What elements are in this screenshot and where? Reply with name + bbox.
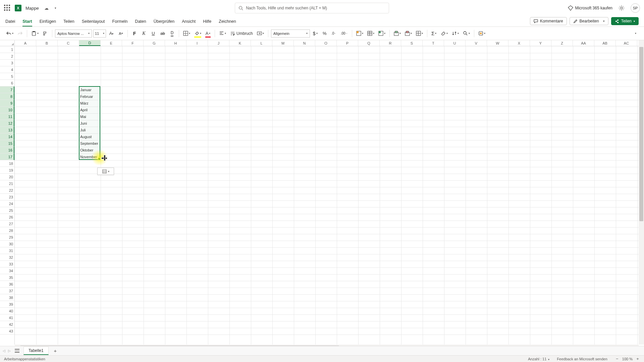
workbook-stats-label[interactable]: Arbeitsmappenstatistiken — [4, 357, 45, 361]
underline-button[interactable]: U — [149, 29, 157, 38]
col-header-AA[interactable]: AA — [573, 40, 594, 46]
row-header-7[interactable]: 7 — [0, 86, 14, 93]
zoom-in-button[interactable]: + — [635, 356, 640, 361]
row-header-15[interactable]: 15 — [0, 140, 14, 147]
format-table-button[interactable]: ▾ — [366, 29, 376, 38]
row-header-39[interactable]: 39 — [0, 301, 14, 308]
comments-button[interactable]: Kommentare — [530, 17, 567, 25]
vertical-scrollbar[interactable] — [639, 40, 644, 345]
col-header-U[interactable]: U — [444, 40, 466, 46]
format-cells-button[interactable]: ▾ — [415, 29, 424, 38]
col-header-AC[interactable]: AC — [616, 40, 637, 46]
row-header-17[interactable]: 17 — [0, 154, 14, 160]
row-header-27[interactable]: 27 — [0, 221, 14, 227]
col-header-AB[interactable]: AB — [594, 40, 616, 46]
menu-tab-überprüfen[interactable]: Überprüfen — [154, 19, 175, 26]
align-button[interactable]: ▾ — [218, 29, 227, 38]
buy-m365-link[interactable]: Microsoft 365 kaufen — [568, 5, 612, 11]
bold-button[interactable]: F — [130, 29, 139, 38]
font-name-select[interactable]: Aptos Narrow ...▾ — [55, 29, 92, 38]
clear-button[interactable]: ▾ — [439, 29, 449, 38]
zoom-level[interactable]: 100 % — [622, 357, 633, 361]
col-header-I[interactable]: I — [186, 40, 208, 46]
wrap-text-button[interactable]: Umbruch — [229, 29, 254, 38]
undo-button[interactable]: ▾ — [5, 29, 15, 38]
col-header-Z[interactable]: Z — [551, 40, 573, 46]
select-all-triangle[interactable] — [0, 40, 15, 46]
row-header-30[interactable]: 30 — [0, 241, 14, 247]
percent-button[interactable]: % — [321, 29, 329, 38]
row-header-9[interactable]: 9 — [0, 100, 14, 107]
spreadsheet-grid[interactable]: ABCDEFGHIJKLMNOPQRSTUVWXYZAAABAC 1234567… — [0, 40, 644, 350]
col-header-A[interactable]: A — [15, 40, 36, 46]
row-header-36[interactable]: 36 — [0, 281, 14, 288]
row-header-4[interactable]: 4 — [0, 66, 14, 73]
app-launcher-icon[interactable] — [4, 5, 11, 11]
row-header-26[interactable]: 26 — [0, 214, 14, 221]
font-size-select[interactable]: 11▾ — [93, 29, 106, 38]
add-sheet-button[interactable]: + — [51, 347, 59, 355]
row-header-28[interactable]: 28 — [0, 227, 14, 234]
font-color-button[interactable]: A▾ — [204, 29, 212, 38]
menu-tab-hilfe[interactable]: Hilfe — [203, 19, 211, 26]
row-header-32[interactable]: 32 — [0, 254, 14, 261]
row-header-13[interactable]: 13 — [0, 127, 14, 133]
cell-D13[interactable]: Juli — [79, 127, 101, 133]
decrease-decimal-button[interactable]: .00→ — [339, 29, 349, 38]
menu-tab-formeln[interactable]: Formeln — [112, 19, 128, 26]
cell-styles-button[interactable]: ▾ — [377, 29, 387, 38]
cell-D9[interactable]: März — [79, 100, 101, 107]
double-underline-button[interactable]: D — [168, 29, 176, 38]
settings-gear-icon[interactable] — [619, 5, 625, 11]
menu-tab-teilen[interactable]: Teilen — [63, 19, 74, 26]
menu-tab-daten[interactable]: Daten — [135, 19, 146, 26]
merge-button[interactable]: ▾ — [256, 29, 265, 38]
column-headers[interactable]: ABCDEFGHIJKLMNOPQRSTUVWXYZAAABAC — [15, 40, 639, 46]
paste-button[interactable]: ▾ — [30, 29, 40, 38]
row-header-37[interactable]: 37 — [0, 288, 14, 294]
row-header-41[interactable]: 41 — [0, 314, 14, 321]
cell-D8[interactable]: Februar — [79, 93, 101, 100]
row-header-19[interactable]: 19 — [0, 167, 14, 174]
addins-button[interactable]: ▾ — [477, 29, 487, 38]
col-header-H[interactable]: H — [165, 40, 186, 46]
redo-button[interactable] — [16, 29, 24, 38]
increase-decimal-button[interactable]: .0← — [330, 29, 338, 38]
strikethrough-button[interactable]: ab — [159, 29, 167, 38]
autofill-options-button[interactable]: ▾ — [97, 168, 114, 175]
row-header-5[interactable]: 5 — [0, 73, 14, 80]
zoom-out-button[interactable]: − — [615, 356, 620, 361]
row-header-40[interactable]: 40 — [0, 308, 14, 314]
row-header-35[interactable]: 35 — [0, 274, 14, 281]
cell-D15[interactable]: September — [79, 140, 101, 147]
italic-button[interactable]: K — [140, 29, 148, 38]
col-header-V[interactable]: V — [466, 40, 487, 46]
insert-cells-button[interactable]: ▾ — [392, 29, 402, 38]
format-painter-button[interactable] — [41, 29, 49, 38]
col-header-T[interactable]: T — [423, 40, 444, 46]
menu-tab-einfügen[interactable]: Einfügen — [40, 19, 56, 26]
search-input[interactable]: Nach Tools, Hilfe und mehr suchen (ALT +… — [235, 3, 389, 13]
increase-font-button[interactable]: A▴ — [107, 29, 115, 38]
col-header-J[interactable]: J — [208, 40, 229, 46]
vscroll-thumb[interactable] — [639, 47, 643, 221]
row-header-43[interactable]: 43 — [0, 328, 14, 335]
cell-D7[interactable]: Januar — [79, 86, 101, 93]
row-header-34[interactable]: 34 — [0, 267, 14, 274]
col-header-C[interactable]: C — [58, 40, 79, 46]
row-header-42[interactable]: 42 — [0, 321, 14, 328]
feedback-link[interactable]: Feedback an Microsoft senden — [557, 357, 607, 361]
row-header-31[interactable]: 31 — [0, 247, 14, 254]
menu-tab-ansicht[interactable]: Ansicht — [182, 19, 196, 26]
row-header-38[interactable]: 38 — [0, 294, 14, 301]
share-button[interactable]: Teilen ▾ — [611, 17, 639, 25]
row-header-21[interactable]: 21 — [0, 180, 14, 187]
cell-D16[interactable]: Oktober — [79, 147, 101, 154]
cell-D10[interactable]: April — [79, 107, 101, 113]
col-header-G[interactable]: G — [144, 40, 165, 46]
user-avatar[interactable]: SP — [631, 3, 640, 13]
row-header-10[interactable]: 10 — [0, 107, 14, 113]
decrease-font-button[interactable]: A▾ — [117, 29, 125, 38]
row-header-11[interactable]: 11 — [0, 113, 14, 120]
row-header-29[interactable]: 29 — [0, 234, 14, 241]
